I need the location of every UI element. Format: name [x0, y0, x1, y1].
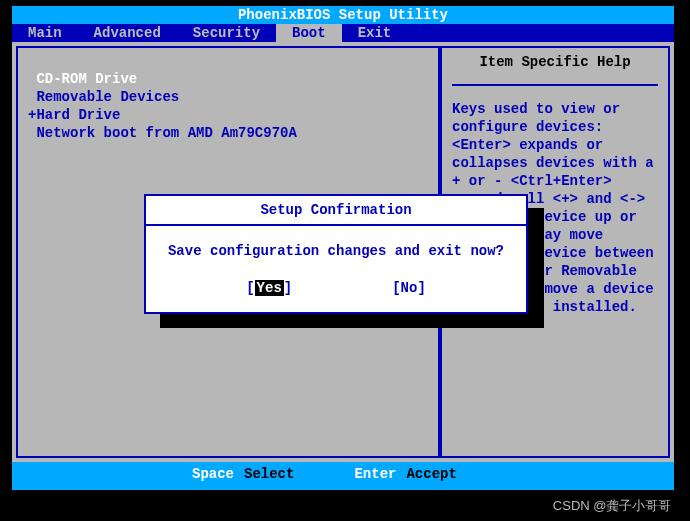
- boot-item[interactable]: CD-ROM Drive: [28, 70, 428, 88]
- boot-item[interactable]: Removable Devices: [28, 88, 428, 106]
- title-bar: PhoenixBIOS Setup Utility: [12, 6, 674, 24]
- footer-action-accept: Accept: [406, 466, 456, 482]
- footer-bar: Space Select Enter Accept: [12, 462, 674, 490]
- menu-tab-main[interactable]: Main: [12, 24, 78, 42]
- menu-tab-boot[interactable]: Boot: [276, 24, 342, 42]
- watermark: CSDN @龚子小哥哥: [553, 497, 678, 515]
- menu-tab-advanced[interactable]: Advanced: [78, 24, 177, 42]
- dialog-message: Save configuration changes and exit now?: [168, 243, 504, 259]
- yes-button[interactable]: [Yes]: [246, 280, 292, 296]
- menu-tab-exit[interactable]: Exit: [342, 24, 408, 42]
- boot-item[interactable]: +Hard Drive: [28, 106, 428, 124]
- dialog-title: Setup Confirmation: [146, 196, 526, 226]
- footer-key-space: Space: [192, 466, 234, 482]
- help-title: Item Specific Help: [452, 54, 658, 86]
- footer-key-enter: Enter: [354, 466, 396, 482]
- menu-tab-security[interactable]: Security: [177, 24, 276, 42]
- boot-item[interactable]: Network boot from AMD Am79C970A: [28, 124, 428, 142]
- confirmation-dialog: Setup Confirmation Save configuration ch…: [144, 194, 528, 314]
- footer-action-select: Select: [244, 466, 294, 482]
- app-title: PhoenixBIOS Setup Utility: [238, 7, 448, 23]
- menu-bar: Main Advanced Security Boot Exit: [12, 24, 674, 42]
- no-button[interactable]: [No]: [392, 280, 426, 296]
